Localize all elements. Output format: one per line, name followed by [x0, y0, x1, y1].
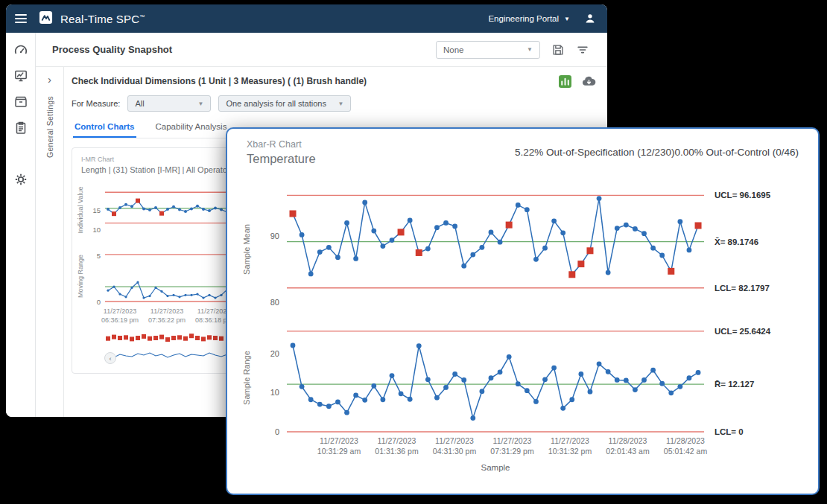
chart-view-button[interactable]	[559, 75, 571, 88]
sidebar-dashboard-button[interactable]	[11, 40, 31, 60]
svg-text:11/27/2023: 11/27/2023	[435, 436, 474, 445]
save-button[interactable]	[551, 43, 565, 57]
svg-text:10: 10	[92, 226, 101, 234]
svg-text:Sample Mean: Sample Mean	[242, 224, 251, 275]
svg-text:Sample Range: Sample Range	[242, 351, 251, 405]
svg-text:LCL= 0: LCL= 0	[714, 427, 744, 436]
snapshot-panel-title: Check Individual Dimensions (1 Unit | 3 …	[72, 76, 367, 86]
svg-text:04:31:30 pm: 04:31:30 pm	[433, 447, 477, 456]
menu-icon[interactable]	[15, 12, 31, 25]
svg-text:15: 15	[92, 206, 101, 214]
svg-text:01:31:36 pm: 01:31:36 pm	[375, 447, 419, 456]
svg-text:Individual Value: Individual Value	[77, 187, 84, 234]
user-icon[interactable]	[583, 12, 597, 25]
svg-text:06:36:19 pm: 06:36:19 pm	[101, 316, 139, 324]
xbar-r-title: Temperature	[247, 152, 316, 166]
svg-text:5: 5	[97, 252, 101, 260]
page-title: Process Quality Snapshot	[52, 44, 172, 55]
chevron-down-icon: ▼	[564, 16, 570, 22]
svg-text:11/28/2023: 11/28/2023	[609, 436, 647, 445]
bar-chart-icon	[559, 75, 571, 88]
preset-select[interactable]: None ▼	[436, 41, 540, 59]
gauge-icon	[13, 42, 28, 57]
svg-text:11/27/2023: 11/27/2023	[493, 436, 532, 445]
out-of-control-stat: 0.00% Out-of-Control (0/46)	[674, 147, 799, 158]
left-sidebar	[6, 33, 36, 417]
measure-select[interactable]: All ▼	[127, 95, 211, 112]
cloud-download-icon	[581, 74, 597, 88]
monitor-chart-icon	[13, 68, 28, 83]
rail-label: General Settings	[45, 96, 54, 158]
svg-text:07:31:29 pm: 07:31:29 pm	[490, 447, 534, 456]
svg-text:0: 0	[97, 298, 101, 306]
svg-text:20: 20	[270, 349, 279, 358]
chevron-down-icon: ▼	[338, 101, 344, 107]
svg-text:Moving Range: Moving Range	[77, 255, 84, 298]
portal-selector[interactable]: Engineering Portal▼	[482, 11, 576, 26]
svg-text:11/28/2023: 11/28/2023	[666, 436, 705, 445]
download-button[interactable]	[581, 74, 597, 88]
filter-list-icon	[576, 43, 589, 57]
sidebar-settings-button[interactable]	[11, 170, 31, 189]
svg-text:X̄= 89.1746: X̄= 89.1746	[714, 237, 758, 246]
out-of-spec-stat: 5.22% Out-of-Specification (12/230)	[515, 147, 675, 158]
svg-text:10: 10	[270, 388, 279, 397]
svg-text:07:36:22 pm: 07:36:22 pm	[148, 316, 186, 324]
svg-text:11/27/2023: 11/27/2023	[150, 307, 183, 315]
general-settings-rail: › General Settings	[36, 67, 64, 417]
top-navbar: Real-Time SPC™ Engineering Portal▼	[6, 4, 607, 33]
svg-text:11/27/2023: 11/27/2023	[104, 307, 136, 315]
svg-text:LCL= 82.1797: LCL= 82.1797	[714, 284, 770, 293]
chevron-down-icon: ▼	[198, 101, 204, 107]
app-title: Real-Time SPC™	[60, 13, 145, 25]
svg-text:UCL= 25.6424: UCL= 25.6424	[714, 327, 771, 336]
xbar-r-type-label: Xbar-R Chart	[247, 139, 302, 150]
sidebar-inventory-button[interactable]	[11, 92, 31, 112]
for-measure-label: For Measure:	[72, 99, 120, 108]
svg-text:10:31:29 am: 10:31:29 am	[317, 447, 361, 456]
filter-button[interactable]	[576, 43, 589, 57]
svg-text:02:01:43 am: 02:01:43 am	[606, 447, 650, 456]
svg-text:11/27/2023: 11/27/2023	[378, 436, 416, 445]
svg-text:R̄= 12.127: R̄= 12.127	[714, 380, 754, 389]
clipboard-icon	[13, 121, 28, 135]
preset-select-value: None	[443, 45, 464, 54]
xbar-r-panel: Xbar-R Chart Temperature 5.22% Out-of-Sp…	[226, 127, 820, 495]
chevron-down-icon: ▼	[527, 46, 533, 53]
svg-text:UCL= 96.1695: UCL= 96.1695	[714, 191, 771, 200]
analysis-select-value: One analysis for all stations	[226, 99, 326, 108]
gear-icon	[13, 172, 28, 187]
page-header: Process Quality Snapshot None ▼	[36, 33, 607, 67]
box-icon	[13, 95, 28, 109]
svg-text:10:31:32 pm: 10:31:32 pm	[548, 447, 592, 456]
rail-expand-chevron-icon[interactable]: ›	[48, 73, 51, 86]
app-logo-icon	[39, 10, 53, 28]
tab-capability-analysis[interactable]: Capability Analysis	[154, 122, 229, 138]
sidebar-analysis-button[interactable]	[11, 66, 31, 86]
svg-text:90: 90	[270, 232, 279, 240]
analysis-select[interactable]: One analysis for all stations ▼	[218, 95, 351, 112]
svg-text:‹: ‹	[109, 354, 111, 363]
sidebar-reports-button[interactable]	[11, 118, 31, 138]
svg-text:80: 80	[270, 298, 279, 307]
svg-text:11/27/2023: 11/27/2023	[551, 436, 589, 445]
xbar-r-chart-canvas[interactable]: 8090Sample MeanUCL= 96.1695X̄= 89.1746LC…	[233, 173, 814, 480]
svg-text:Sample: Sample	[481, 463, 510, 472]
tab-control-charts[interactable]: Control Charts	[73, 122, 136, 138]
svg-text:05:01:42 am: 05:01:42 am	[664, 447, 708, 456]
svg-text:11/27/2023: 11/27/2023	[320, 436, 358, 445]
measure-select-value: All	[135, 99, 144, 108]
floppy-icon	[551, 43, 565, 57]
svg-text:0: 0	[275, 427, 279, 436]
